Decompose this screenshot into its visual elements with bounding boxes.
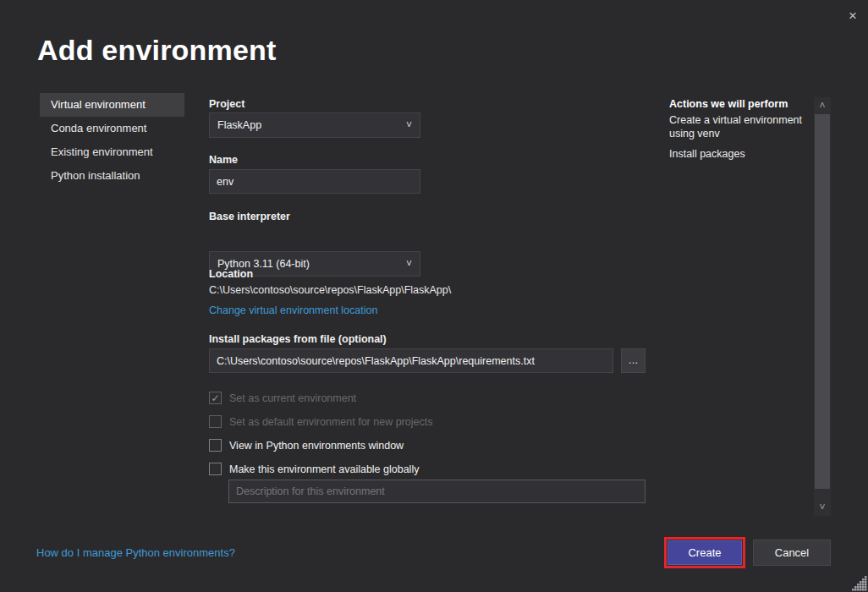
scroll-up-icon[interactable]: ˄ xyxy=(814,97,831,114)
close-icon[interactable]: × xyxy=(843,7,863,25)
location-path: C:\Users\contoso\source\repos\FlaskApp\F… xyxy=(209,284,451,296)
create-button-highlight: Create xyxy=(664,537,745,568)
chevron-down-icon: ˅ xyxy=(406,113,412,137)
scrollbar-thumb[interactable] xyxy=(815,114,830,489)
description-input[interactable] xyxy=(228,480,646,503)
checkbox-row-set-current: ✓ Set as current environment xyxy=(209,392,356,404)
install-packages-label: Install packages from file (optional) xyxy=(209,333,387,345)
view-environments-window-checkbox[interactable] xyxy=(209,439,222,452)
checkbox-row-set-default: Set as default environment for new proje… xyxy=(209,415,432,428)
manage-environments-help-link[interactable]: How do I manage Python environments? xyxy=(36,546,235,559)
scroll-down-icon[interactable]: ˅ xyxy=(814,499,831,516)
checkbox-row-available-globally: Make this environment available globally xyxy=(209,463,419,475)
actions-panel-item: Create a virtual environment using venv xyxy=(669,113,808,140)
project-label: Project xyxy=(209,98,244,110)
requirements-file-input[interactable] xyxy=(209,348,613,373)
page-title: Add environment xyxy=(37,34,277,67)
available-globally-label: Make this environment available globally xyxy=(229,463,419,475)
cancel-button[interactable]: Cancel xyxy=(753,540,831,566)
browse-file-button[interactable]: … xyxy=(621,348,646,373)
project-dropdown[interactable]: FlaskApp ˅ xyxy=(209,112,420,138)
vertical-scrollbar[interactable]: ˄ ˅ xyxy=(814,97,831,516)
set-default-environment-checkbox[interactable] xyxy=(209,415,222,428)
sidebar-item-existing-environment[interactable]: Existing environment xyxy=(40,140,184,164)
actions-panel: Actions we will perform Create a virtual… xyxy=(669,98,808,161)
sidebar-item-conda-environment[interactable]: Conda environment xyxy=(40,117,184,140)
sidebar-item-virtual-environment[interactable]: Virtual environment xyxy=(40,93,184,117)
chevron-down-icon: ˅ xyxy=(406,252,412,276)
actions-panel-item: Install packages xyxy=(669,147,808,161)
name-input[interactable] xyxy=(209,169,420,194)
checkmark-icon: ✓ xyxy=(211,392,219,404)
available-globally-checkbox[interactable] xyxy=(209,463,222,475)
resize-grip-icon[interactable] xyxy=(852,576,867,591)
create-button[interactable]: Create xyxy=(667,540,742,565)
set-default-environment-label: Set as default environment for new proje… xyxy=(229,416,432,428)
name-label: Name xyxy=(209,154,238,166)
project-dropdown-value: FlaskApp xyxy=(217,119,261,131)
actions-panel-title: Actions we will perform xyxy=(669,98,808,110)
set-current-environment-checkbox[interactable]: ✓ xyxy=(209,392,222,404)
sidebar-item-python-installation[interactable]: Python installation xyxy=(40,164,184,188)
checkbox-row-view-window: View in Python environments window xyxy=(209,439,404,452)
change-location-link[interactable]: Change virtual environment location xyxy=(209,304,377,316)
environment-type-list: Virtual environment Conda environment Ex… xyxy=(40,93,184,188)
set-current-environment-label: Set as current environment xyxy=(229,392,356,404)
base-interpreter-label: Base interpreter xyxy=(209,211,290,222)
view-environments-window-label: View in Python environments window xyxy=(229,440,404,452)
location-label: Location xyxy=(209,268,253,280)
